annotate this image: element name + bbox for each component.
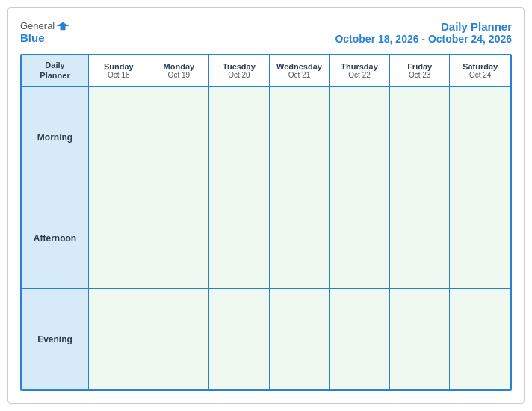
planner-date-range: October 18, 2026 - October 24, 2026: [335, 33, 512, 45]
evening-thu[interactable]: [330, 289, 390, 389]
afternoon-sat[interactable]: [450, 188, 510, 288]
time-text-morning: Morning: [37, 132, 72, 143]
time-label-evening: Evening: [22, 289, 89, 389]
day-date-thu: Oct 22: [348, 71, 370, 79]
logo: General Blue: [20, 20, 69, 44]
svg-marker-0: [57, 22, 70, 30]
morning-sun[interactable]: [89, 87, 149, 188]
evening-sun[interactable]: [89, 289, 149, 389]
day-name-sun: Sunday: [104, 62, 134, 71]
header-cell-sun: Sunday Oct 18: [89, 55, 149, 86]
day-name-fri: Friday: [407, 62, 432, 71]
header-planner-label: DailyPlanner: [40, 60, 69, 81]
morning-thu[interactable]: [330, 87, 390, 188]
afternoon-fri[interactable]: [390, 188, 451, 288]
header-cell-mon: Monday Oct 19: [149, 55, 210, 86]
header-cell-sat: Saturday Oct 24: [450, 55, 510, 86]
day-name-sat: Saturday: [463, 62, 498, 71]
time-text-evening: Evening: [37, 334, 72, 344]
time-text-afternoon: Afternoon: [34, 233, 76, 244]
header-cell-label: DailyPlanner: [22, 55, 89, 86]
day-name-mon: Monday: [164, 62, 195, 71]
morning-tue[interactable]: [209, 87, 270, 188]
logo-bird-icon: [56, 21, 69, 31]
day-date-sat: Oct 24: [469, 71, 491, 79]
evening-mon[interactable]: [149, 289, 210, 389]
morning-sat[interactable]: [450, 87, 510, 188]
planner-page: General Blue Daily Planner October 18, 2…: [7, 7, 525, 404]
afternoon-mon[interactable]: [149, 188, 210, 288]
afternoon-wed[interactable]: [270, 188, 330, 288]
planner-title: Daily Planner: [335, 20, 512, 33]
evening-tue[interactable]: [209, 289, 270, 389]
header-cell-fri: Friday Oct 23: [390, 55, 451, 86]
afternoon-thu[interactable]: [330, 188, 390, 288]
day-date-wed: Oct 21: [288, 71, 310, 79]
day-date-fri: Oct 23: [409, 71, 430, 79]
day-date-tue: Oct 20: [228, 71, 250, 79]
row-evening: Evening: [22, 289, 510, 389]
time-label-afternoon: Afternoon: [22, 188, 89, 288]
evening-sat[interactable]: [450, 289, 510, 389]
header-cell-tue: Tuesday Oct 20: [209, 55, 270, 86]
day-name-tue: Tuesday: [223, 62, 256, 71]
afternoon-tue[interactable]: [209, 188, 270, 288]
day-date-mon: Oct 19: [168, 71, 190, 79]
afternoon-sun[interactable]: [89, 188, 149, 288]
row-afternoon: Afternoon: [22, 188, 510, 289]
header-cell-wed: Wednesday Oct 21: [270, 55, 330, 86]
day-name-wed: Wednesday: [276, 62, 322, 71]
calendar-body: Morning Afternoon: [22, 87, 510, 389]
evening-wed[interactable]: [270, 289, 330, 389]
calendar: DailyPlanner Sunday Oct 18 Monday Oct 19…: [20, 54, 512, 391]
day-date-sun: Oct 18: [108, 71, 129, 79]
morning-mon[interactable]: [149, 87, 210, 188]
title-block: Daily Planner October 18, 2026 - October…: [335, 20, 512, 45]
page-header: General Blue Daily Planner October 18, 2…: [20, 20, 512, 45]
morning-fri[interactable]: [390, 87, 451, 188]
logo-blue: Blue: [20, 31, 45, 44]
day-name-thu: Thursday: [341, 62, 378, 71]
logo-general: General: [20, 20, 55, 31]
morning-wed[interactable]: [270, 87, 330, 188]
calendar-header: DailyPlanner Sunday Oct 18 Monday Oct 19…: [22, 55, 510, 87]
evening-fri[interactable]: [390, 289, 451, 389]
row-morning: Morning: [22, 87, 510, 188]
header-cell-thu: Thursday Oct 22: [330, 55, 390, 86]
time-label-morning: Morning: [22, 87, 89, 188]
